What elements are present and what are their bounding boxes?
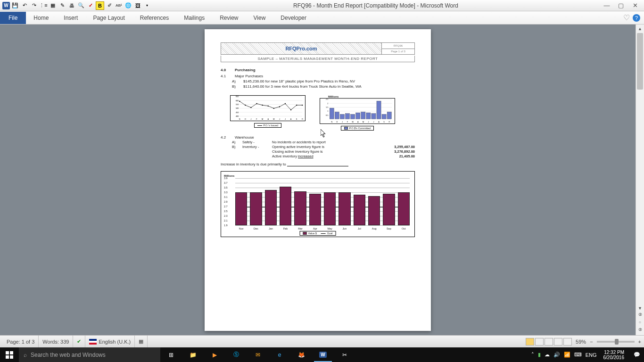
tray-keyboard-icon[interactable]: ⌨	[574, 352, 582, 358]
next-page-icon[interactable]: ⦿	[636, 328, 644, 335]
sec-4-0-num: 4.0	[221, 68, 229, 72]
purchase-b-letter: B)	[232, 84, 239, 89]
format-painter-icon[interactable]: ✐	[105, 1, 114, 10]
doc-page-info: Page 1 of 3	[382, 49, 414, 55]
tray-volume-icon[interactable]: 🔊	[553, 352, 560, 358]
picture-icon[interactable]: 🖼	[133, 1, 142, 10]
close-button[interactable]: ✕	[628, 2, 642, 9]
ribbon-min-icon[interactable]: ♡	[623, 13, 630, 22]
view-outline[interactable]	[554, 338, 562, 346]
clear-format-icon[interactable]: AB¹	[115, 1, 123, 10]
zoom-out-icon[interactable]: −	[590, 339, 593, 345]
minimize-button[interactable]: —	[600, 2, 614, 9]
purchase-a-letter: A)	[232, 79, 239, 83]
doc-subtitle: SAMPLE – MATERIALS MANAGEMENT MONTH-END …	[221, 56, 415, 62]
svg-rect-14	[250, 107, 251, 108]
svg-text:J: J	[373, 121, 374, 123]
svg-rect-64	[377, 101, 381, 119]
media-player-icon[interactable]: ▶	[204, 347, 225, 362]
firefox-icon[interactable]: 🦊	[290, 347, 312, 362]
undo-icon[interactable]: ↶	[20, 1, 29, 10]
view-print-layout[interactable]	[526, 338, 534, 346]
svg-text:N: N	[239, 118, 240, 120]
status-page[interactable]: Page: 1 of 3	[3, 336, 39, 347]
qat-icon-2[interactable]: ✎	[58, 1, 66, 10]
file-explorer-icon[interactable]: 📁	[182, 347, 204, 362]
view-web-layout[interactable]	[545, 338, 553, 346]
help-icon[interactable]: ?	[633, 14, 640, 22]
tab-page-layout[interactable]: Page Layout	[85, 12, 132, 24]
scroll-down-icon[interactable]: ▼	[636, 304, 644, 313]
tray-onedrive-icon[interactable]: ☁	[545, 352, 550, 358]
zoom-slider[interactable]	[597, 341, 635, 343]
print-icon[interactable]: 🖶	[67, 1, 76, 10]
purchase-a-text: $145,236.00 for new 18" plastic pipe fro…	[243, 79, 355, 83]
qat-icon-1[interactable]: ▦	[49, 1, 57, 10]
doc-id: RFQ96	[382, 43, 414, 49]
windows-taskbar: ⌕ Search the web and Windows ⊞ 📁 ▶ Ⓢ ✉ e…	[0, 347, 644, 362]
tab-developer[interactable]: Developer	[273, 12, 314, 24]
tab-references[interactable]: References	[132, 12, 176, 24]
taskbar-search[interactable]: ⌕ Search the web and Windows	[19, 347, 160, 362]
file-tab[interactable]: File	[0, 12, 26, 24]
zoom-level[interactable]: 59%	[576, 339, 586, 345]
tab-home[interactable]: Home	[26, 12, 56, 24]
spellcheck-icon[interactable]: ✓	[86, 1, 95, 10]
svg-rect-13	[245, 105, 246, 106]
legend-pos-committed: P.O.$'s Committed	[349, 127, 371, 130]
tab-review[interactable]: Review	[212, 12, 246, 24]
task-view-icon[interactable]: ⊞	[160, 347, 182, 362]
status-language[interactable]: English (U.K.)	[85, 336, 135, 347]
save-icon[interactable]: 💾	[11, 1, 19, 10]
svg-rect-23	[302, 105, 303, 106]
edge-icon[interactable]: e	[269, 347, 290, 362]
list-icon[interactable]: ⋮≡	[39, 1, 48, 10]
snipping-tool-icon[interactable]: ✂	[334, 347, 355, 362]
tab-mailings[interactable]: Mailings	[176, 12, 212, 24]
redo-icon[interactable]: ↷	[30, 1, 38, 10]
tab-view[interactable]: View	[246, 12, 273, 24]
maximize-button[interactable]: ▢	[614, 2, 628, 9]
highlight-icon[interactable]: B	[96, 1, 104, 10]
scroll-thumb[interactable]	[637, 33, 643, 90]
svg-text:S: S	[296, 118, 297, 120]
status-proof[interactable]: ✔	[73, 336, 85, 347]
view-full-screen[interactable]	[535, 338, 544, 346]
svg-text:D: D	[336, 121, 338, 123]
view-draft[interactable]	[563, 338, 572, 346]
inv-open-text: Opening active inventory figure is	[272, 145, 378, 149]
tab-insert[interactable]: Insert	[56, 12, 85, 24]
chart-inventory-value: Millions NovDecJanFebMarAprMayJunJulAugS…	[221, 171, 415, 237]
tray-battery-icon[interactable]: ▮	[538, 352, 541, 358]
start-button[interactable]	[0, 347, 19, 362]
svg-text:A: A	[378, 121, 380, 123]
browse-object-icon[interactable]: ○	[636, 320, 644, 328]
inv-close-val: 3,276,892.00	[382, 149, 415, 154]
svg-text:J: J	[250, 118, 251, 120]
tray-up-icon[interactable]: ˄	[531, 352, 534, 358]
hyperlink-icon[interactable]: 🌐	[124, 1, 132, 10]
zoom-in-icon[interactable]: +	[638, 339, 641, 345]
tray-clock[interactable]: 12:32 PM 6/20/2016	[601, 350, 627, 360]
word-taskbar-icon[interactable]: W	[312, 347, 334, 362]
status-words[interactable]: Words: 339	[39, 336, 73, 347]
search-icon: ⌕	[24, 352, 27, 358]
skype-icon[interactable]: Ⓢ	[225, 347, 247, 362]
svg-rect-72	[6, 355, 9, 359]
prev-page-icon[interactable]: ⦿	[636, 313, 644, 320]
scroll-up-icon[interactable]: ▲	[636, 25, 644, 33]
tray-language[interactable]: ENG	[586, 352, 597, 358]
status-macro[interactable]: ▦	[135, 336, 148, 347]
tray-network-icon[interactable]: 📶	[564, 352, 570, 358]
svg-text:M: M	[352, 121, 354, 123]
search-placeholder: Search the web and Windows	[31, 352, 106, 358]
tray-notifications-icon[interactable]: 💬	[631, 352, 643, 358]
outlook-icon[interactable]: ✉	[247, 347, 269, 362]
preview-icon[interactable]: 🔍	[77, 1, 85, 10]
vertical-scrollbar[interactable]: ▲ ▼ ⦿ ○ ⦿	[636, 25, 644, 335]
svg-text:F: F	[347, 121, 348, 123]
document-area[interactable]: RFQPro.com RFQ96 Page 1 of 3 SAMPLE – MA…	[0, 25, 636, 335]
svg-text:M: M	[363, 121, 364, 123]
inv-open-val: 3,255,487.00	[382, 145, 415, 149]
qat-dropdown-icon[interactable]: ▾	[143, 1, 151, 10]
